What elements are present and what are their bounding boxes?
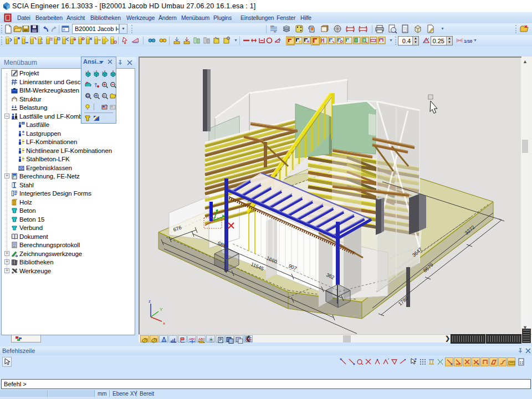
svg-text:z: z [102, 70, 103, 73]
svg-text:m: m [274, 30, 276, 33]
svg-text:R: R [103, 94, 106, 98]
svg-text:1/10: 1/10 [464, 39, 472, 44]
svg-text:y: y [94, 70, 95, 73]
svg-text:2: 2 [41, 41, 43, 44]
svg-text:ABC: ABC [189, 337, 196, 341]
svg-text:z: z [149, 299, 151, 304]
svg-text:1: 1 [41, 37, 43, 40]
svg-text:x: x [163, 321, 165, 326]
svg-text:Y: Y [160, 307, 163, 312]
svg-text:ABC: ABC [198, 337, 206, 341]
svg-text:cm: cm [270, 24, 274, 28]
svg-text:x: x [85, 70, 86, 73]
